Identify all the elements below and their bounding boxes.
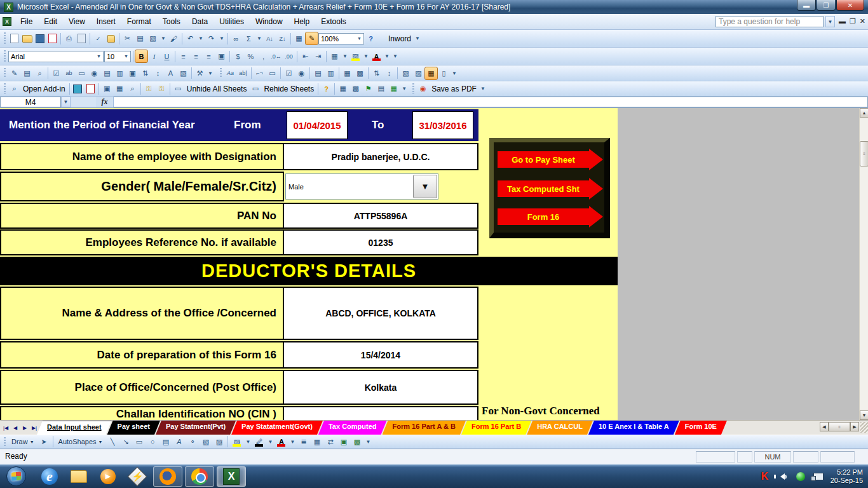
toolbar-options-icon[interactable]: ▼ [364,436,372,448]
autosum-icon[interactable]: Σ [243,32,255,44]
decrease-decimal-icon[interactable]: .00 [283,50,295,62]
inword-button[interactable]: Inword [386,34,413,43]
gender-combobox[interactable]: Male ▼ [285,173,438,200]
line-color-dropdown-icon[interactable]: ▼ [266,436,274,448]
sort-ascending-icon[interactable]: A↓ [264,32,276,44]
forms-edit-code-icon[interactable]: ▨ [412,67,424,79]
addin-macro-icon[interactable]: ▩ [349,83,362,95]
toolbar-drag-handle[interactable] [220,68,222,79]
draw-menu-button[interactable]: Draw ▼ [9,437,37,446]
checkbox-control-icon[interactable]: ☑ [50,67,62,79]
taskbar-chrome[interactable] [185,466,214,487]
run-dialog-icon[interactable]: ▯ [438,67,450,79]
taskbar-winamp[interactable]: ⚡ [127,467,147,486]
tab-form-16-part-a-b[interactable]: Form 16 Part A & B [383,421,466,435]
drawing-toggle-icon[interactable]: ✎ [306,32,318,44]
font-name-combo[interactable]: Arial ▼ [8,51,104,62]
save-as-pdf-button[interactable]: Save as PDF [430,85,478,93]
status-orb-icon[interactable] [795,471,806,482]
place-cell[interactable]: Kolkata [284,370,478,405]
menu-window[interactable]: Window [250,15,288,28]
currency-icon[interactable]: $ [232,50,244,62]
taskbar-clock[interactable]: 5:22 PM 20-Sep-15 [831,468,863,485]
redo-dropdown-icon[interactable]: ▼ [218,32,226,44]
taskbar-internet-explorer[interactable]: e [39,467,60,486]
menu-extools[interactable]: Extools [316,15,351,28]
forms-scrollbar-icon[interactable]: ⇅ [370,67,383,79]
prep-date-cell[interactable]: 15/4/2014 [284,341,478,369]
from-date-cell[interactable]: 01/04/2015 [287,111,348,139]
first-sheet-icon[interactable]: |◀ [1,423,10,433]
help-icon[interactable]: ? [365,32,377,44]
toolbar-drag-handle[interactable] [4,32,6,44]
forms-listbox2-icon[interactable]: ▦ [341,67,353,79]
magnifier-sheet-icon[interactable]: ⌕ [126,83,139,95]
option-button-control-icon[interactable]: ◉ [88,67,100,79]
help-question-dropdown-icon[interactable]: ▼ [825,16,835,27]
undo-dropdown-icon[interactable]: ▼ [197,32,205,44]
grid-sheet-icon[interactable]: ▦ [114,83,126,95]
forms-properties-icon[interactable]: ▧ [400,67,412,79]
tab-pay-statatment-govt[interactable]: Pay Statatment(Govt) [231,421,323,435]
addin-grid-icon[interactable]: ▦ [337,83,349,95]
paste-dropdown-icon[interactable]: ▼ [159,32,167,44]
combobox-control-icon[interactable]: ▥ [114,67,126,79]
textbox-control-icon[interactable]: ab [63,67,75,79]
tab-10e-anex-i-table-a[interactable]: 10 E Anex I & Table A [588,421,679,435]
toolbar-options-icon[interactable]: ▼ [400,83,408,95]
pan-cell[interactable]: ATTP55896A [284,203,478,229]
toggle-grid-icon[interactable]: ▦ [425,67,437,79]
next-sheet-icon[interactable]: ▶ [20,423,29,433]
delete-sheet-icon[interactable] [85,83,97,95]
diagram-icon[interactable]: ⚬ [186,436,198,448]
menu-utilities[interactable]: Utilities [214,15,249,28]
last-sheet-icon[interactable]: ▶| [30,423,39,433]
addin-flag-icon[interactable]: ⚑ [362,83,374,95]
format-painter-icon[interactable]: 🖌 [168,32,180,44]
open-addin-button[interactable]: Open Add-in [21,85,67,93]
shape-font-color-icon[interactable]: A [275,436,287,448]
fill-color-icon[interactable]: ▨ [349,50,362,62]
addin-clipboard-icon[interactable]: ▤ [375,83,387,95]
start-button[interactable] [6,466,26,486]
print-preview-icon[interactable] [76,32,88,44]
font-size-combo[interactable]: 10 ▼ [104,51,131,62]
vertical-scroll-thumb[interactable]: ≡ [860,141,868,166]
office-cell[interactable]: ABCD, OFFICE, KOLKATA [284,287,478,340]
toolbar-options-icon[interactable]: ▼ [451,67,458,79]
select-objects-icon[interactable]: ➤ [38,436,50,448]
tab-pay-statment-pvt[interactable]: Pay Statment(Pvt) [156,421,236,435]
lock-icon[interactable]: ⚿ [156,83,168,95]
sort-descending-icon[interactable]: Z↓ [276,32,288,44]
font-size-dropdown-icon[interactable]: ▼ [121,54,128,58]
name-box-dropdown-icon[interactable]: ▼ [61,97,71,107]
menu-file[interactable]: File [15,15,37,28]
scroll-up-icon[interactable]: ▲ [860,108,868,118]
shadow-style-icon[interactable]: ▣ [337,436,349,448]
gender-dropdown-icon[interactable]: ▼ [413,175,437,198]
cut-icon[interactable]: ✂ [121,32,133,44]
label-control-icon[interactable]: A [165,67,177,79]
borders-icon[interactable]: ▦ [329,50,341,62]
scroll-right-icon[interactable]: ▶ [850,422,859,431]
comma-style-icon[interactable]: , [257,50,269,62]
align-center-icon[interactable]: ≡ [190,50,202,62]
tab-data-input-sheet[interactable]: Data Input sheet [37,421,112,435]
scroll-down-icon[interactable]: ▼ [860,410,868,420]
oval-icon[interactable]: ○ [146,436,158,448]
font-color-dropdown-icon[interactable]: ▼ [383,50,391,62]
employee-name-cell[interactable]: Pradip banerjee, U.D.C. [284,143,478,170]
forms-button-icon[interactable]: ▭ [266,67,278,79]
close-button[interactable]: ✕ [836,0,864,11]
merge-center-icon[interactable]: ▣ [215,50,227,62]
autoshapes-menu-button[interactable]: AutoShapes ▼ [56,437,105,446]
permission-icon[interactable] [46,32,58,44]
unhide-sheets-button[interactable]: Unhide All Sheets [185,85,249,93]
toggle-button-control-icon[interactable]: ▣ [126,67,139,79]
paste-icon[interactable]: ▧ [147,32,159,44]
tax-computed-sheet-button[interactable]: Tax Computed Sht [498,178,603,200]
borders-dropdown-icon[interactable]: ▼ [341,50,349,62]
insert-sheet-icon[interactable] [72,83,84,95]
new-icon[interactable] [8,32,20,44]
save-as-pdf-icon[interactable]: ◉ [417,83,429,95]
